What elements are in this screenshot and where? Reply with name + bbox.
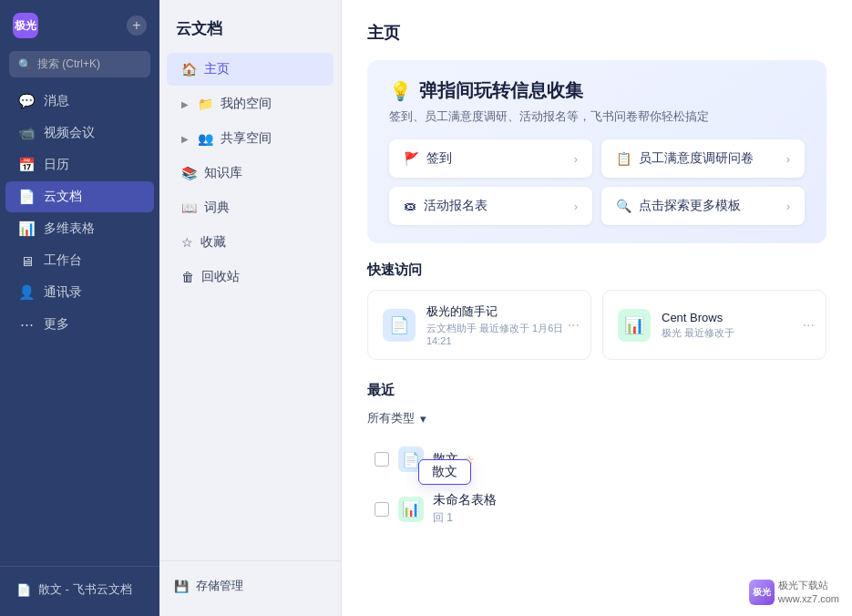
watermark-logo: 极光 [749, 580, 775, 605]
doc-tree-label: 词典 [204, 200, 230, 216]
shared-icon: 👥 [198, 131, 213, 146]
doc-tree-shared[interactable]: ▶ 👥 共享空间 [167, 122, 334, 155]
banner-card-left: 📋 员工满意度调研问卷 [616, 150, 754, 167]
sanwen-info: 散文 ☆ [433, 451, 819, 467]
banner-card-survey[interactable]: 📋 员工满意度调研问卷 › [601, 139, 805, 178]
doc-tree-label: 我的空间 [221, 96, 272, 112]
chevron-right-icon: › [786, 200, 790, 213]
recent-list: 📄 散文 ☆ 散文 📊 [367, 437, 826, 535]
sidebar-item-contacts[interactable]: 👤 通讯录 [5, 277, 154, 308]
doc-tree-trash[interactable]: 🗑 回收站 [167, 261, 334, 293]
sidebar-nav: 💬 消息 📹 视频会议 📅 日历 📄 云文档 📊 多维表格 🖥 工作台 👤 通讯… [0, 85, 159, 566]
doc-tree-dict[interactable]: 📖 词典 [167, 191, 334, 224]
recent-title: 最近 [367, 382, 826, 399]
centbrows-card-more-button[interactable]: ··· [803, 317, 815, 334]
recent-item-sanwen[interactable]: 📄 散文 ☆ 散文 [367, 437, 826, 481]
sidebar-bottom: 📄 散文 - 飞书云文档 [0, 566, 159, 616]
survey-icon: 📋 [616, 151, 631, 166]
sidebar-item-docs[interactable]: 📄 云文档 [5, 181, 154, 212]
sidebar-item-label: 工作台 [44, 252, 82, 269]
banner-cards: 🚩 签到 › 📋 员工满意度调研问卷 › 🎟 活动报名表 › [389, 139, 805, 225]
unnamed-table-icon: 📊 [398, 497, 424, 522]
centbrows-card-icon: 📊 [618, 309, 651, 342]
unnamed-table-name: 未命名表格 [433, 492, 819, 508]
register-label: 活动报名表 [424, 198, 488, 214]
filter-arrow-icon: ▾ [420, 412, 426, 426]
notes-card-more-button[interactable]: ··· [568, 317, 580, 334]
sidebar-item-label: 通讯录 [44, 284, 82, 301]
sidebar-item-messages[interactable]: 💬 消息 [5, 86, 154, 117]
sidebar-item-calendar[interactable]: 📅 日历 [5, 149, 154, 180]
tables-icon: 📊 [18, 221, 35, 237]
sidebar-item-video[interactable]: 📹 视频会议 [5, 118, 154, 149]
banner-card-more-templates[interactable]: 🔍 点击探索更多模板 › [601, 187, 805, 225]
banner-subtitle: 签到、员工满意度调研、活动报名等，飞书问卷帮你轻松搞定 [389, 108, 805, 125]
register-icon: 🎟 [404, 199, 416, 213]
centbrows-card-info: Cent Brows 极光 最近修改于 [662, 311, 811, 340]
doc-tree-home[interactable]: 🏠 主页 [167, 53, 334, 86]
notes-card-icon: 📄 [383, 309, 416, 342]
sanwen-tooltip: 散文 [418, 459, 471, 485]
quick-card-notes[interactable]: 📄 极光的随手记 云文档助手 最近修改于 1月6日 14:21 ··· [367, 290, 591, 360]
add-tab-button[interactable]: + [127, 15, 147, 36]
recent-filter[interactable]: 所有类型 ▾ [367, 410, 826, 426]
banner-card-left: 🚩 签到 [404, 150, 452, 167]
banner-emoji: 💡 [389, 80, 412, 102]
recent-item-unnamed-table[interactable]: 📊 未命名表格 回 1 [367, 483, 826, 535]
trash-icon: 🗑 [181, 270, 194, 284]
sidebar-item-tables[interactable]: 📊 多维表格 [5, 213, 154, 244]
chevron-right-icon: › [786, 152, 790, 166]
filter-label: 所有类型 [367, 410, 415, 426]
storage-icon: 💾 [174, 580, 189, 593]
recent-doc-item[interactable]: 📄 散文 - 飞书云文档 [9, 574, 150, 605]
doc-tree-label: 主页 [204, 61, 230, 77]
banner-title: 💡 弹指间玩转信息收集 [389, 78, 805, 103]
favorites-icon: ☆ [181, 235, 193, 250]
sanwen-checkbox[interactable] [375, 452, 389, 467]
banner-card-left: 🎟 活动报名表 [404, 198, 488, 214]
doc-panel: 云文档 🏠 主页 ▶ 📁 我的空间 ▶ 👥 共享空间 📚 知识库 📖 词典 ☆ … [159, 0, 342, 616]
chevron-right-icon: › [574, 200, 578, 213]
main-content: 主页 💡 弹指间玩转信息收集 签到、员工满意度调研、活动报名等，飞书问卷帮你轻松… [342, 0, 852, 616]
docs-icon: 📄 [18, 189, 35, 205]
sidebar-item-more[interactable]: ⋯ 更多 [5, 309, 154, 340]
notes-card-meta: 云文档助手 最近修改于 1月6日 14:21 [426, 322, 576, 346]
arrow-icon: ▶ [181, 99, 189, 109]
recent-doc-label: 散文 - 飞书云文档 [38, 581, 132, 598]
centbrows-card-name: Cent Brows [662, 311, 811, 324]
sidebar-item-label: 更多 [44, 316, 69, 333]
app-logo: 极光 [13, 13, 38, 38]
watermark-text: 极光下载站 www.xz7.com [778, 579, 839, 605]
survey-label: 员工满意度调研问卷 [639, 150, 754, 167]
doc-tree-label: 知识库 [204, 165, 242, 181]
doc-tree-label: 共享空间 [221, 130, 272, 147]
sidebar: 极光 + 🔍 搜索 (Ctrl+K) 💬 消息 📹 视频会议 📅 日历 📄 云文… [0, 0, 159, 616]
quick-card-centbrows[interactable]: 📊 Cent Brows 极光 最近修改于 ··· [602, 290, 826, 360]
messages-icon: 💬 [18, 93, 35, 109]
knowledge-icon: 📚 [181, 166, 197, 180]
search-bar[interactable]: 🔍 搜索 (Ctrl+K) [9, 51, 150, 77]
sidebar-item-workbench[interactable]: 🖥 工作台 [5, 245, 154, 276]
banner: 💡 弹指间玩转信息收集 签到、员工满意度调研、活动报名等，飞书问卷帮你轻松搞定 … [367, 60, 826, 243]
more-templates-icon: 🔍 [616, 199, 631, 213]
home-icon: 🏠 [181, 62, 197, 77]
centbrows-card-meta: 极光 最近修改于 [662, 326, 811, 340]
contacts-icon: 👤 [18, 284, 35, 301]
banner-card-checkin[interactable]: 🚩 签到 › [389, 139, 592, 178]
doc-tree-favorites[interactable]: ☆ 收藏 [167, 226, 334, 259]
doc-panel-title: 云文档 [159, 0, 341, 52]
arrow-icon: ▶ [181, 134, 189, 144]
unnamed-table-checkbox[interactable] [375, 502, 389, 517]
banner-card-register[interactable]: 🎟 活动报名表 › [389, 187, 592, 225]
video-icon: 📹 [18, 125, 35, 141]
doc-tree-knowledge[interactable]: 📚 知识库 [167, 157, 334, 190]
sanwen-name: 散文 ☆ [433, 451, 819, 467]
calendar-icon: 📅 [18, 157, 35, 173]
doc-tree-myspace[interactable]: ▶ 📁 我的空间 [167, 87, 334, 120]
chevron-right-icon: › [574, 152, 578, 166]
sidebar-item-label: 消息 [44, 93, 69, 109]
search-label: 搜索 (Ctrl+K) [37, 56, 100, 72]
storage-management[interactable]: 💾 存储管理 [174, 570, 326, 601]
dict-icon: 📖 [181, 200, 197, 215]
doc-tree-label: 回收站 [201, 269, 240, 285]
